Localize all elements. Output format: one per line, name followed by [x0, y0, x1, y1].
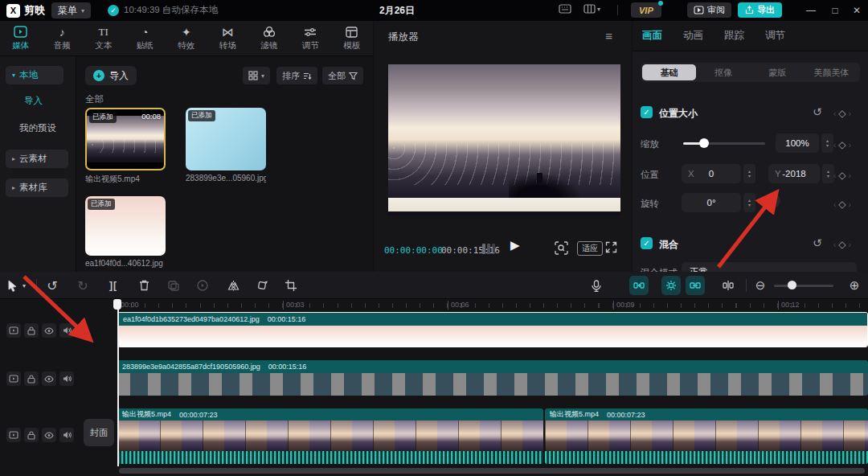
horizontal-scrollbar[interactable]: [119, 468, 865, 474]
sidebar-item-library[interactable]: ▸ 素材库: [6, 178, 68, 197]
linkage-toggle[interactable]: [661, 276, 681, 295]
blend-checkbox[interactable]: ✓: [641, 237, 653, 249]
keyframe-diamond-icon[interactable]: ◇: [838, 108, 845, 119]
tab-picture[interactable]: 画面: [642, 29, 662, 43]
scale-stepper[interactable]: ▴▾: [821, 133, 833, 153]
sort-button[interactable]: 排序: [276, 67, 317, 84]
reset-icon[interactable]: ↺: [813, 105, 822, 118]
media-card-image2[interactable]: 已添加 ea1f04f0d...40612.jpg: [85, 196, 166, 268]
redo-icon[interactable]: ↻: [75, 277, 91, 293]
preview-quality-icon[interactable]: [555, 241, 568, 258]
export-button[interactable]: 导出: [738, 2, 782, 18]
fullscreen-icon[interactable]: [605, 241, 617, 256]
record-voiceover-icon[interactable]: [588, 277, 604, 293]
layout-switch-icon[interactable]: ▾: [583, 4, 600, 14]
import-button[interactable]: + 导入: [85, 66, 137, 85]
player-menu-icon[interactable]: ≡: [605, 29, 612, 43]
timeline-clip-image1[interactable]: 283899e3e9a042855a87dcf190505960.jpg 00:…: [117, 360, 868, 396]
preview-axis-toggle[interactable]: [686, 276, 705, 295]
close-button[interactable]: ✕: [845, 0, 868, 21]
select-tool-icon[interactable]: [4, 277, 20, 293]
mute-speaker-icon[interactable]: [59, 371, 74, 386]
position-x-field[interactable]: X 0: [682, 164, 741, 183]
nav-audio[interactable]: ♪ 音频: [42, 21, 84, 55]
nav-adjust[interactable]: 调节: [290, 21, 332, 55]
scale-slider[interactable]: [683, 142, 765, 145]
maximize-button[interactable]: □: [824, 0, 846, 21]
lock-icon[interactable]: [24, 371, 39, 386]
visibility-eye-icon[interactable]: [42, 323, 56, 338]
split-icon[interactable]: ][: [105, 277, 121, 293]
cover-button[interactable]: 封面: [84, 419, 114, 446]
nav-text[interactable]: TI 文本: [83, 21, 125, 55]
delete-icon[interactable]: [136, 277, 152, 293]
blend-mode-dropdown[interactable]: 正常: [682, 262, 857, 272]
sidebar-item-presets[interactable]: 我的预设: [19, 122, 56, 134]
crop-icon[interactable]: [283, 277, 299, 293]
play-button[interactable]: ▶: [510, 238, 520, 252]
lock-icon[interactable]: [24, 323, 39, 338]
rotate-icon[interactable]: [254, 277, 270, 293]
scale-value-field[interactable]: 100%: [776, 133, 819, 153]
timeline-clip-video-1[interactable]: 输出视频5.mp4 00:00:07:23: [117, 408, 543, 464]
visibility-eye-icon[interactable]: [42, 371, 56, 386]
review-button[interactable]: 审阅: [687, 2, 731, 18]
slider-handle[interactable]: [788, 281, 796, 289]
sidebar-item-cloud[interactable]: ▸ 云素材: [6, 150, 68, 168]
nav-filter[interactable]: 滤镜: [248, 21, 290, 55]
slider-handle[interactable]: [699, 138, 709, 148]
position-y-field[interactable]: Y -2018: [768, 164, 820, 183]
define-cutout-icon[interactable]: [166, 277, 182, 293]
timeline-clip-video-2[interactable]: 输出视频5.mp4 00:00:07:23: [545, 408, 868, 464]
position-x-stepper[interactable]: ▴▾: [743, 164, 755, 183]
tab-animation[interactable]: 动画: [683, 29, 703, 43]
mute-speaker-icon[interactable]: [59, 428, 74, 442]
subtab-beauty[interactable]: 美颜美体: [805, 64, 858, 80]
undo-icon[interactable]: ↺: [44, 277, 60, 293]
adapt-track-icon[interactable]: [720, 277, 736, 293]
nav-effects[interactable]: ✦ 特效: [166, 21, 207, 55]
shortcut-keyboard-icon[interactable]: [559, 4, 571, 14]
vip-badge[interactable]: VIP: [631, 2, 661, 18]
tab-tracking[interactable]: 跟踪: [724, 29, 744, 43]
lock-icon[interactable]: [24, 428, 39, 442]
nav-transition[interactable]: ⋈ 转场: [207, 21, 249, 55]
video-preview[interactable]: [388, 64, 620, 215]
mirror-icon[interactable]: [225, 277, 241, 293]
auto-snap-toggle[interactable]: [629, 276, 649, 295]
position-y-stepper[interactable]: ▴▾: [822, 164, 834, 183]
frame-step-icon[interactable]: [482, 244, 495, 254]
zoom-in-icon[interactable]: ⊕: [846, 277, 862, 293]
timeline-zoom-slider[interactable]: [774, 285, 833, 287]
project-title[interactable]: 2月26日: [379, 4, 415, 18]
menu-button[interactable]: 菜单 ▾: [51, 2, 91, 18]
fit-button[interactable]: 适应: [577, 241, 603, 256]
select-tool-chevron-icon[interactable]: ▾: [19, 277, 29, 293]
sidebar-item-local[interactable]: ▾ 本地: [6, 66, 63, 84]
media-thumbnail[interactable]: 已添加: [85, 196, 166, 256]
media-thumbnail[interactable]: 已添加 00:08: [85, 108, 166, 170]
nav-sticker[interactable]: ◔ 贴纸: [125, 21, 166, 55]
media-thumbnail[interactable]: 已添加: [186, 108, 266, 170]
mute-speaker-icon[interactable]: [59, 323, 74, 338]
playhead-handle[interactable]: [113, 299, 121, 310]
keyframe-control[interactable]: ‹◇›: [833, 170, 851, 181]
subtab-cutout[interactable]: 抠像: [696, 64, 750, 80]
timeline-clip-image2[interactable]: ea1f04f0d1b635273ed0497ba0240612.jpg 00:…: [117, 312, 868, 347]
filter-all-button[interactable]: 全部: [322, 67, 363, 84]
sidebar-item-import[interactable]: 导入: [24, 95, 43, 107]
nav-template[interactable]: 模板: [331, 21, 373, 55]
subtab-basic[interactable]: 基础: [642, 64, 696, 80]
position-size-checkbox[interactable]: ✓: [641, 106, 653, 118]
keyframe-control[interactable]: ‹◇›: [833, 239, 851, 250]
rotate-stepper[interactable]: ▴▾: [743, 193, 755, 212]
subtab-mask[interactable]: 蒙版: [751, 64, 805, 80]
reset-icon[interactable]: ↺: [813, 236, 822, 249]
visibility-eye-icon[interactable]: [42, 428, 56, 442]
keyframe-control[interactable]: ‹◇›: [833, 139, 851, 150]
keyframe-control[interactable]: ‹◇›: [833, 199, 851, 210]
media-card-image1[interactable]: 已添加 283899e3e...05960.jpg: [186, 108, 266, 183]
timeline-ruler[interactable]: 00:00 00:03 00:06 00:09 00:12: [0, 299, 868, 312]
view-mode-button[interactable]: ▾: [243, 67, 270, 84]
minimize-button[interactable]: —: [800, 0, 822, 21]
